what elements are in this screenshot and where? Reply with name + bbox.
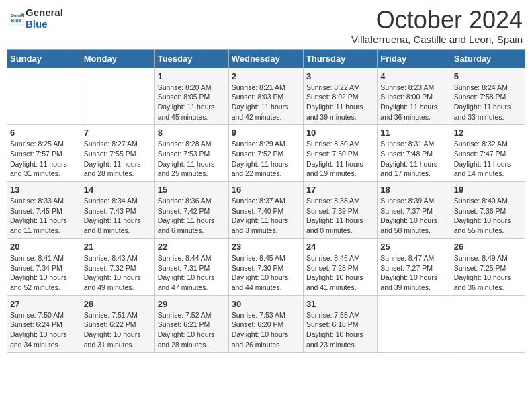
day-info: Sunrise: 8:32 AM Sunset: 7:47 PM Dayligh… [454, 139, 522, 179]
day-number: 9 [232, 128, 300, 138]
month-title: October 2024 [351, 7, 523, 34]
day-number: 1 [158, 71, 226, 81]
title-block: October 2024 Villaferruena, Castille and… [351, 7, 523, 45]
logo-line2: Blue [26, 18, 63, 30]
day-number: 13 [10, 185, 78, 195]
calendar-cell: 26Sunrise: 8:49 AM Sunset: 7:25 PM Dayli… [451, 238, 525, 295]
calendar-week-row: 20Sunrise: 8:41 AM Sunset: 7:34 PM Dayli… [7, 238, 525, 295]
day-number: 23 [232, 242, 300, 252]
day-info: Sunrise: 7:51 AM Sunset: 6:22 PM Dayligh… [84, 310, 152, 350]
day-number: 10 [306, 128, 374, 138]
calendar-cell: 5Sunrise: 8:24 AM Sunset: 7:58 PM Daylig… [451, 68, 525, 125]
calendar-cell: 9Sunrise: 8:29 AM Sunset: 7:52 PM Daylig… [228, 125, 303, 182]
calendar-cell: 24Sunrise: 8:46 AM Sunset: 7:28 PM Dayli… [303, 238, 377, 295]
day-info: Sunrise: 8:49 AM Sunset: 7:25 PM Dayligh… [454, 253, 522, 293]
day-info: Sunrise: 8:21 AM Sunset: 8:03 PM Dayligh… [232, 83, 300, 122]
day-info: Sunrise: 8:28 AM Sunset: 7:53 PM Dayligh… [158, 139, 226, 179]
day-number: 22 [158, 242, 226, 252]
day-number: 31 [306, 299, 374, 309]
calendar-cell: 23Sunrise: 8:45 AM Sunset: 7:30 PM Dayli… [228, 238, 303, 295]
calendar-cell: 17Sunrise: 8:38 AM Sunset: 7:39 PM Dayli… [303, 182, 377, 239]
calendar-cell: 18Sunrise: 8:39 AM Sunset: 7:37 PM Dayli… [378, 182, 451, 239]
day-info: Sunrise: 8:46 AM Sunset: 7:28 PM Dayligh… [306, 253, 374, 293]
day-info: Sunrise: 7:50 AM Sunset: 6:24 PM Dayligh… [10, 310, 78, 350]
logo-line1: General [26, 7, 63, 18]
day-number: 30 [232, 299, 300, 309]
day-info: Sunrise: 7:55 AM Sunset: 6:18 PM Dayligh… [306, 310, 374, 350]
calendar-cell: 31Sunrise: 7:55 AM Sunset: 6:18 PM Dayli… [303, 295, 377, 353]
day-header-sunday: Sunday [7, 49, 81, 68]
day-info: Sunrise: 8:47 AM Sunset: 7:27 PM Dayligh… [380, 253, 447, 293]
day-number: 5 [454, 71, 522, 81]
day-number: 29 [158, 299, 226, 309]
calendar-cell: 11Sunrise: 8:31 AM Sunset: 7:48 PM Dayli… [378, 125, 451, 182]
calendar-cell: 16Sunrise: 8:37 AM Sunset: 7:40 PM Dayli… [228, 182, 303, 239]
day-info: Sunrise: 8:30 AM Sunset: 7:50 PM Dayligh… [306, 139, 374, 179]
day-number: 25 [380, 242, 447, 252]
day-info: Sunrise: 8:34 AM Sunset: 7:43 PM Dayligh… [84, 196, 152, 236]
calendar-cell: 8Sunrise: 8:28 AM Sunset: 7:53 PM Daylig… [154, 125, 228, 182]
day-number: 14 [84, 185, 152, 195]
calendar-body: 1Sunrise: 8:20 AM Sunset: 8:05 PM Daylig… [7, 68, 525, 353]
day-info: Sunrise: 8:40 AM Sunset: 7:36 PM Dayligh… [454, 196, 522, 236]
calendar-cell: 20Sunrise: 8:41 AM Sunset: 7:34 PM Dayli… [7, 238, 81, 295]
day-number: 7 [84, 128, 152, 138]
day-number: 8 [158, 128, 226, 138]
calendar-cell: 7Sunrise: 8:27 AM Sunset: 7:55 PM Daylig… [81, 125, 154, 182]
day-info: Sunrise: 8:33 AM Sunset: 7:45 PM Dayligh… [10, 196, 78, 236]
day-number: 28 [84, 299, 152, 309]
day-header-saturday: Saturday [451, 49, 525, 68]
day-number: 12 [454, 128, 522, 138]
day-info: Sunrise: 8:29 AM Sunset: 7:52 PM Dayligh… [232, 139, 300, 179]
calendar-cell: 29Sunrise: 7:52 AM Sunset: 6:21 PM Dayli… [154, 295, 228, 353]
calendar-week-row: 13Sunrise: 8:33 AM Sunset: 7:45 PM Dayli… [7, 182, 525, 239]
calendar-cell: 14Sunrise: 8:34 AM Sunset: 7:43 PM Dayli… [81, 182, 154, 239]
day-header-tuesday: Tuesday [154, 49, 228, 68]
day-number: 18 [380, 185, 447, 195]
calendar-header-row: SundayMondayTuesdayWednesdayThursdayFrid… [7, 49, 525, 68]
calendar-week-row: 1Sunrise: 8:20 AM Sunset: 8:05 PM Daylig… [7, 68, 525, 125]
calendar-cell: 30Sunrise: 7:53 AM Sunset: 6:20 PM Dayli… [228, 295, 303, 353]
page-header: General Blue General Blue October 2024 V… [7, 7, 525, 45]
calendar-cell [81, 68, 154, 125]
calendar-cell: 21Sunrise: 8:43 AM Sunset: 7:32 PM Dayli… [81, 238, 154, 295]
calendar-week-row: 27Sunrise: 7:50 AM Sunset: 6:24 PM Dayli… [7, 295, 525, 353]
location-subtitle: Villaferruena, Castille and Leon, Spain [351, 34, 523, 45]
day-number: 15 [158, 185, 226, 195]
calendar-cell: 19Sunrise: 8:40 AM Sunset: 7:36 PM Dayli… [451, 182, 525, 239]
calendar-cell: 27Sunrise: 7:50 AM Sunset: 6:24 PM Dayli… [7, 295, 81, 353]
day-info: Sunrise: 8:23 AM Sunset: 8:00 PM Dayligh… [380, 83, 447, 122]
day-header-monday: Monday [81, 49, 154, 68]
calendar-cell: 4Sunrise: 8:23 AM Sunset: 8:00 PM Daylig… [378, 68, 451, 125]
calendar-cell: 13Sunrise: 8:33 AM Sunset: 7:45 PM Dayli… [7, 182, 81, 239]
day-number: 26 [454, 242, 522, 252]
calendar-week-row: 6Sunrise: 8:25 AM Sunset: 7:57 PM Daylig… [7, 125, 525, 182]
day-number: 24 [306, 242, 374, 252]
day-number: 16 [232, 185, 300, 195]
day-number: 2 [232, 71, 300, 81]
day-info: Sunrise: 8:44 AM Sunset: 7:31 PM Dayligh… [158, 253, 226, 293]
day-number: 3 [306, 71, 374, 81]
calendar-cell: 1Sunrise: 8:20 AM Sunset: 8:05 PM Daylig… [154, 68, 228, 125]
day-info: Sunrise: 8:37 AM Sunset: 7:40 PM Dayligh… [232, 196, 300, 236]
calendar-cell: 10Sunrise: 8:30 AM Sunset: 7:50 PM Dayli… [303, 125, 377, 182]
calendar-cell: 3Sunrise: 8:22 AM Sunset: 8:02 PM Daylig… [303, 68, 377, 125]
day-info: Sunrise: 8:45 AM Sunset: 7:30 PM Dayligh… [232, 253, 300, 293]
day-info: Sunrise: 8:43 AM Sunset: 7:32 PM Dayligh… [84, 253, 152, 293]
day-header-wednesday: Wednesday [228, 49, 303, 68]
svg-text:Blue: Blue [11, 18, 21, 24]
day-info: Sunrise: 8:22 AM Sunset: 8:02 PM Dayligh… [306, 83, 374, 122]
day-number: 19 [454, 185, 522, 195]
calendar-cell: 12Sunrise: 8:32 AM Sunset: 7:47 PM Dayli… [451, 125, 525, 182]
calendar-cell [378, 295, 451, 353]
day-info: Sunrise: 8:27 AM Sunset: 7:55 PM Dayligh… [84, 139, 152, 179]
day-header-friday: Friday [378, 49, 451, 68]
day-number: 20 [10, 242, 78, 252]
day-info: Sunrise: 8:38 AM Sunset: 7:39 PM Dayligh… [306, 196, 374, 236]
day-info: Sunrise: 8:25 AM Sunset: 7:57 PM Dayligh… [10, 139, 78, 179]
logo-icon: General Blue [9, 11, 24, 26]
calendar-cell: 25Sunrise: 8:47 AM Sunset: 7:27 PM Dayli… [378, 238, 451, 295]
day-number: 27 [10, 299, 78, 309]
calendar-cell [451, 295, 525, 353]
calendar-cell: 15Sunrise: 8:36 AM Sunset: 7:42 PM Dayli… [154, 182, 228, 239]
